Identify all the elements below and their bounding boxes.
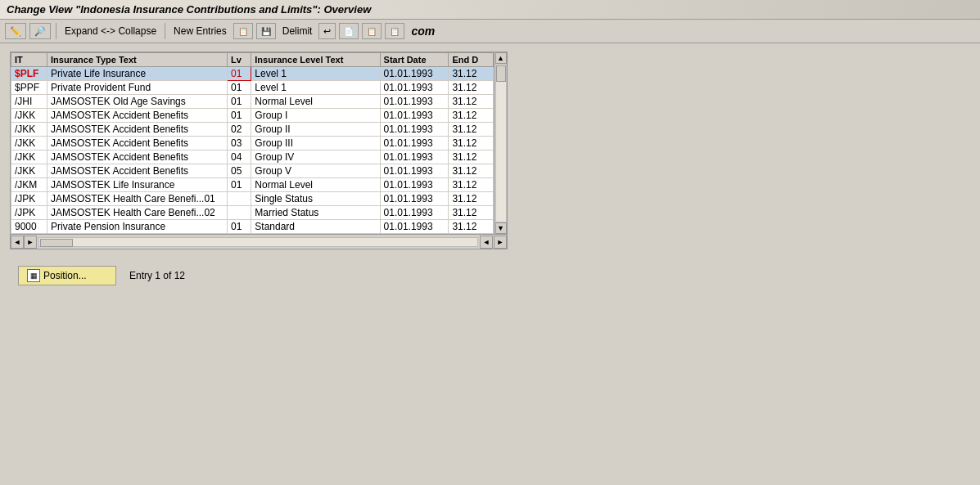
title-bar: Change View "Indonesia Insurance Contrib… (0, 0, 980, 20)
cell-lv: 01 (227, 109, 251, 123)
toolbar: ✏️ 🔎 Expand <-> Collapse New Entries 📋 💾… (0, 20, 980, 43)
header-level: Insurance Level Text (251, 53, 380, 67)
floppy-btn[interactable]: 💾 (256, 23, 276, 39)
cell-level: Level 1 (251, 81, 380, 95)
header-lv: Lv (227, 53, 251, 67)
h-scroll-right2-btn[interactable]: ◄ (480, 236, 493, 249)
table-row[interactable]: $PLFPrivate Life Insurance01Level 101.01… (11, 67, 494, 81)
delimit-btn[interactable]: Delimit (279, 24, 316, 38)
tb-btn-6[interactable]: 📋 (362, 23, 382, 39)
copy-btn[interactable]: 📋 (233, 23, 253, 39)
scroll-thumb[interactable] (496, 65, 506, 82)
cell-type: Private Pension Insurance (47, 220, 228, 234)
table-container: IT Insurance Type Text Lv Insurance Leve… (10, 52, 508, 249)
tb-icon-6: 📋 (367, 27, 377, 36)
cell-it: $PLF (11, 67, 47, 81)
table-row[interactable]: /JKKJAMSOSTEK Accident Benefits04Group I… (11, 150, 494, 164)
floppy-icon: 💾 (261, 27, 271, 36)
cell-level: Normal Level (251, 95, 380, 109)
cell-level: Single Status (251, 192, 380, 206)
scroll-container: IT Insurance Type Text Lv Insurance Leve… (11, 52, 507, 234)
h-scroll-right-btn[interactable]: ► (24, 236, 37, 249)
tb-icon-7: 📋 (390, 27, 400, 36)
cell-type: JAMSOSTEK Health Care Benefi...01 (47, 192, 228, 206)
cell-type: JAMSOSTEK Health Care Benefi...02 (47, 206, 228, 220)
cell-type: JAMSOSTEK Accident Benefits (47, 123, 228, 137)
cell-level: Group IV (251, 150, 380, 164)
new-entries-btn[interactable]: New Entries (170, 24, 230, 38)
scroll-track (495, 64, 507, 222)
header-type: Insurance Type Text (47, 53, 228, 67)
cell-end: 31.12 (449, 81, 494, 95)
save-icon-btn[interactable]: ✏️ (5, 23, 26, 39)
cell-type: JAMSOSTEK Accident Benefits (47, 164, 228, 178)
cell-start: 01.01.1993 (380, 150, 449, 164)
cell-type: JAMSOSTEK Old Age Savings (47, 95, 228, 109)
cell-end: 31.12 (449, 192, 494, 206)
cell-end: 31.12 (449, 95, 494, 109)
cell-end: 31.12 (449, 67, 494, 81)
cell-it: 9000 (11, 220, 47, 234)
table-row[interactable]: /JHIJAMSOSTEK Old Age Savings01Normal Le… (11, 95, 494, 109)
cell-lv: 01 (227, 81, 251, 95)
cell-it: /JPK (11, 192, 47, 206)
cell-type: JAMSOSTEK Life Insurance (47, 178, 228, 192)
table-row[interactable]: 9000Private Pension Insurance01Standard0… (11, 220, 494, 234)
tb-btn-7[interactable]: 📋 (385, 23, 404, 39)
cell-lv: 02 (227, 123, 251, 137)
table-row[interactable]: /JPKJAMSOSTEK Health Care Benefi...01Sin… (11, 192, 494, 206)
cell-type: Private Life Insurance (47, 67, 228, 81)
tb-btn-5[interactable]: 📄 (339, 23, 359, 39)
header-start: Start Date (380, 53, 449, 67)
undo-btn[interactable]: ↩ (318, 23, 336, 39)
cell-it: /JKK (11, 123, 47, 137)
page-title: Change View "Indonesia Insurance Contrib… (7, 3, 371, 16)
header-it: IT (11, 53, 47, 67)
cell-end: 31.12 (449, 137, 494, 150)
cell-end: 31.12 (449, 109, 494, 123)
h-scroll-right3-btn[interactable]: ► (494, 236, 507, 249)
table-row[interactable]: /JKKJAMSOSTEK Accident Benefits03Group I… (11, 137, 494, 150)
cell-level: Group III (251, 137, 380, 150)
vertical-scrollbar[interactable]: ▲ ▼ (494, 52, 507, 234)
position-btn[interactable]: ▦ Position... (18, 266, 116, 285)
horizontal-scroll-area: ◄ ► ◄ ► (11, 234, 507, 249)
separator-1 (56, 23, 56, 39)
find-icon-btn[interactable]: 🔎 (29, 23, 51, 39)
cell-lv: 01 (227, 95, 251, 109)
table-row[interactable]: /JKKJAMSOSTEK Accident Benefits01Group I… (11, 109, 494, 123)
h-scroll-thumb[interactable] (40, 239, 73, 247)
cell-start: 01.01.1993 (380, 123, 449, 137)
cell-start: 01.01.1993 (380, 192, 449, 206)
scroll-down-btn[interactable]: ▼ (495, 222, 507, 234)
cell-level: Normal Level (251, 178, 380, 192)
cell-it: /JKM (11, 178, 47, 192)
data-table: IT Insurance Type Text Lv Insurance Leve… (11, 52, 494, 234)
cell-start: 01.01.1993 (380, 137, 449, 150)
copy-icon: 📋 (238, 27, 248, 36)
cell-start: 01.01.1993 (380, 220, 449, 234)
cell-lv: 05 (227, 164, 251, 178)
table-row[interactable]: /JKMJAMSOSTEK Life Insurance01Normal Lev… (11, 178, 494, 192)
separator-2 (165, 23, 165, 39)
scroll-up-btn[interactable]: ▲ (495, 52, 507, 64)
cell-level: Married Status (251, 206, 380, 220)
h-scroll-left-btn[interactable]: ◄ (11, 236, 24, 249)
cell-start: 01.01.1993 (380, 164, 449, 178)
table-row[interactable]: /JPKJAMSOSTEK Health Care Benefi...02Mar… (11, 206, 494, 220)
expand-collapse-btn[interactable]: Expand <-> Collapse (61, 24, 160, 38)
entry-info: Entry 1 of 12 (129, 270, 185, 281)
table-row[interactable]: /JKKJAMSOSTEK Accident Benefits05Group V… (11, 164, 494, 178)
cell-it: $PPF (11, 81, 47, 95)
table-row[interactable]: /JKKJAMSOSTEK Accident Benefits02Group I… (11, 123, 494, 137)
h-scroll-track (38, 237, 478, 247)
position-btn-label: Position... (43, 270, 87, 281)
cell-level: Group V (251, 164, 380, 178)
cell-lv (227, 206, 251, 220)
tb-icon-5: 📄 (344, 27, 354, 36)
table-row[interactable]: $PPFPrivate Provident Fund01Level 101.01… (11, 81, 494, 95)
cell-start: 01.01.1993 (380, 95, 449, 109)
cell-level: Standard (251, 220, 380, 234)
table-body: $PLFPrivate Life Insurance01Level 101.01… (11, 67, 494, 234)
main-content: IT Insurance Type Text Lv Insurance Leve… (0, 43, 980, 294)
